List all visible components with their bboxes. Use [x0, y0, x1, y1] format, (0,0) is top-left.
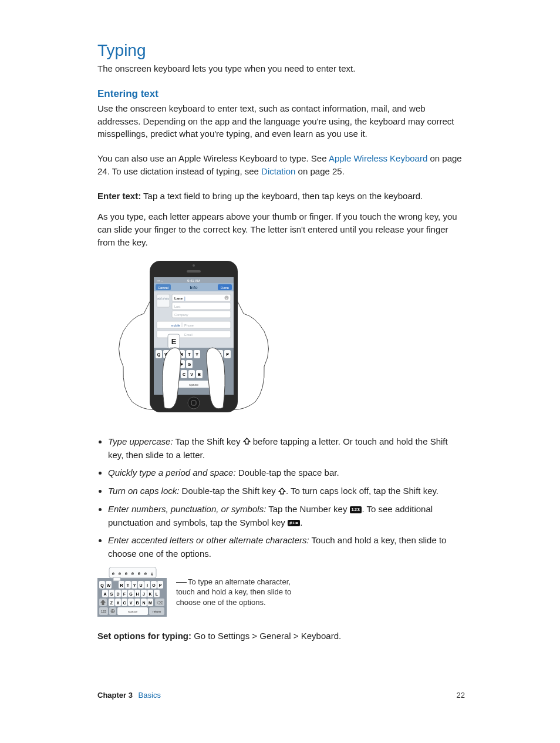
number-key-icon: 123: [350, 506, 362, 513]
nav-title: Info: [190, 285, 198, 290]
svg-text:I: I: [147, 583, 148, 587]
svg-text:F: F: [123, 592, 126, 596]
text-run: . To turn caps lock off, tap the Shift k…: [286, 486, 438, 496]
list-item: Quickly type a period and space: Double-…: [108, 466, 465, 480]
svg-text:N: N: [142, 601, 145, 605]
footer-page-number: 22: [457, 691, 465, 700]
footer-chapter: Chapter 3: [97, 691, 133, 700]
svg-text:return: return: [153, 610, 161, 613]
svg-text:L: L: [156, 592, 158, 596]
svg-rect-18: [157, 321, 231, 328]
svg-rect-16: [172, 302, 231, 310]
svg-text:Z: Z: [110, 601, 113, 605]
svg-text:B: B: [198, 372, 201, 376]
svg-text:O: O: [152, 583, 156, 587]
subsection-heading: Entering text: [97, 88, 465, 100]
text-run: Double-tap the Shift key: [179, 486, 278, 496]
callout-line-icon: [176, 582, 187, 583]
svg-rect-2: [187, 270, 201, 273]
svg-text:Y: Y: [133, 583, 136, 587]
text-run: Tap the Number key: [266, 504, 349, 514]
svg-text:V: V: [130, 601, 133, 605]
instruction-body: Tap a text field to bring up the keyboar…: [141, 191, 423, 201]
svg-text:ę: ę: [151, 571, 154, 576]
svg-text:é: é: [112, 571, 115, 576]
instruction-label: Enter text:: [97, 191, 141, 201]
nav-done: Done: [221, 286, 230, 290]
add-photo-label: add photo: [157, 297, 170, 300]
svg-text:G: G: [188, 362, 191, 367]
page-footer: Chapter 3 Basics 22: [97, 691, 465, 700]
field-first: Lane: [174, 297, 183, 300]
svg-text:|: |: [184, 296, 185, 301]
nav-cancel: Cancel: [158, 286, 169, 290]
svg-text:A: A: [103, 592, 106, 596]
field-phone-ph: Phone: [184, 324, 194, 327]
svg-text:space: space: [128, 610, 138, 613]
svg-point-3: [193, 264, 195, 267]
status-time: 9:41 AM: [187, 279, 200, 283]
svg-text:M: M: [149, 601, 152, 605]
space-key: space: [189, 383, 199, 386]
svg-text:×: ×: [226, 296, 228, 300]
link-apple-wireless-keyboard[interactable]: Apple Wireless Keyboard: [329, 153, 427, 163]
svg-text:123: 123: [101, 610, 106, 613]
instruction-set-options: Set options for typing: Go to Settings >…: [97, 630, 465, 643]
intro-paragraph: The onscreen keyboard lets you type when…: [97, 62, 465, 75]
svg-text:⌫: ⌫: [157, 600, 163, 606]
link-dictation[interactable]: Dictation: [261, 166, 295, 176]
shift-key-icon: [243, 435, 251, 449]
instruction-body: Go to Settings > General > Keyboard.: [191, 631, 341, 641]
svg-text:B: B: [136, 601, 139, 605]
field-email-ph: Email: [184, 333, 193, 337]
instruction-label: Set options for typing:: [97, 631, 191, 641]
instruction-enter-text: Enter text: Tap a text field to bring up…: [97, 190, 465, 203]
field-company: Company: [174, 313, 188, 317]
svg-text:D: D: [116, 592, 119, 596]
svg-point-4: [188, 397, 200, 409]
svg-text:Y: Y: [195, 352, 198, 357]
svg-text:C: C: [183, 372, 185, 376]
svg-text:T: T: [127, 583, 130, 587]
figure-phone-typing: 9:41 AM ••• ⏦ Cancel Info Done add photo…: [112, 261, 465, 425]
svg-text:Q: Q: [100, 583, 104, 588]
svg-text:G: G: [129, 592, 133, 596]
svg-text:F: F: [180, 362, 183, 367]
footer-chapter-name: Basics: [139, 691, 161, 700]
phone-illustration: 9:41 AM ••• ⏦ Cancel Info Done add photo…: [112, 261, 282, 422]
figure-caption: To type an alternate character, touch an…: [176, 577, 294, 608]
section-title: Typing: [97, 41, 465, 60]
svg-text:C: C: [123, 601, 126, 605]
text-run: on page 25.: [295, 166, 344, 176]
svg-text:P: P: [226, 352, 229, 357]
figure-keyboard-accents: é è ê ë ē ė ę Q W R T Y U I O P: [97, 567, 465, 617]
svg-text:è: è: [119, 571, 122, 576]
list-item: Turn on caps lock: Double-tap the Shift …: [108, 485, 465, 498]
keyboard-illustration: é è ê ë ē ė ę Q W R T Y U I O P: [97, 567, 167, 617]
popup-letter: E: [171, 337, 177, 346]
field-mobile-label: mobile: [171, 324, 180, 327]
list-item: Type uppercase: Tap the Shift key before…: [108, 435, 465, 462]
svg-text:ë: ë: [131, 571, 134, 576]
text-run: Tap the Shift key: [173, 436, 243, 446]
shift-key-icon: [278, 485, 286, 499]
svg-rect-57: [113, 577, 120, 581]
svg-text:W: W: [107, 583, 111, 587]
bullet-label: Type uppercase:: [108, 436, 173, 446]
bullet-label: Turn on caps lock:: [108, 486, 179, 496]
svg-text:Q: Q: [157, 352, 161, 357]
text-run: .: [300, 517, 302, 527]
bullet-label: Enter accented letters or other alternat…: [108, 535, 309, 545]
svg-text:R: R: [120, 583, 123, 587]
svg-text:H: H: [136, 592, 139, 596]
svg-text:P: P: [159, 583, 162, 587]
caption-text: To type an alternate character, touch an…: [176, 577, 291, 607]
svg-text:J: J: [143, 592, 145, 596]
text-run: You can also use an Apple Wireless Keybo…: [97, 153, 329, 163]
svg-text:K: K: [149, 592, 151, 596]
svg-text:S: S: [110, 592, 113, 596]
svg-text:U: U: [139, 583, 142, 587]
body-paragraph: You can also use an Apple Wireless Keybo…: [97, 152, 465, 178]
svg-text:ė: ė: [144, 571, 147, 576]
bullet-list: Type uppercase: Tap the Shift key before…: [97, 435, 465, 561]
